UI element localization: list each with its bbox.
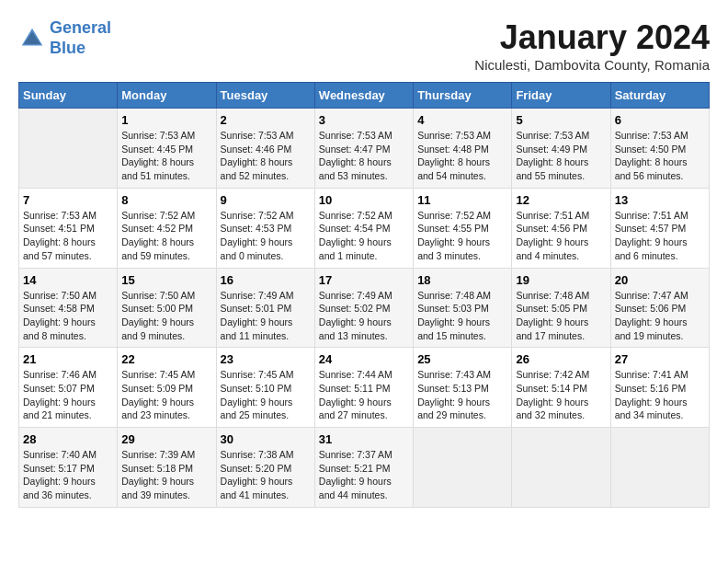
- day-info: Sunrise: 7:37 AMSunset: 5:21 PMDaylight:…: [319, 448, 409, 502]
- day-info: Sunrise: 7:50 AMSunset: 5:00 PMDaylight:…: [121, 289, 211, 343]
- day-number: 21: [23, 352, 113, 366]
- title-block: January 2024 Niculesti, Dambovita County…: [474, 18, 710, 73]
- day-info: Sunrise: 7:44 AMSunset: 5:11 PMDaylight:…: [319, 368, 409, 422]
- month-title: January 2024: [474, 18, 710, 57]
- day-info: Sunrise: 7:51 AMSunset: 4:57 PMDaylight:…: [615, 209, 705, 263]
- day-info: Sunrise: 7:53 AMSunset: 4:45 PMDaylight:…: [121, 129, 211, 183]
- location: Niculesti, Dambovita County, Romania: [474, 57, 710, 73]
- calendar-cell: 29Sunrise: 7:39 AMSunset: 5:18 PMDayligh…: [118, 428, 216, 508]
- calendar-cell: 13Sunrise: 7:51 AMSunset: 4:57 PMDayligh…: [610, 188, 709, 268]
- day-info: Sunrise: 7:48 AMSunset: 5:05 PMDaylight:…: [516, 289, 606, 343]
- day-number: 5: [516, 113, 606, 127]
- calendar-week-4: 21Sunrise: 7:46 AMSunset: 5:07 PMDayligh…: [19, 348, 710, 428]
- day-number: 12: [516, 193, 606, 207]
- day-info: Sunrise: 7:46 AMSunset: 5:07 PMDaylight:…: [23, 368, 113, 422]
- calendar-cell: 19Sunrise: 7:48 AMSunset: 5:05 PMDayligh…: [512, 268, 610, 348]
- day-number: 2: [221, 113, 311, 127]
- calendar-cell: 5Sunrise: 7:53 AMSunset: 4:49 PMDaylight…: [512, 109, 610, 189]
- day-number: 10: [319, 193, 409, 207]
- calendar-header: SundayMondayTuesdayWednesdayThursdayFrid…: [19, 83, 710, 109]
- day-info: Sunrise: 7:39 AMSunset: 5:18 PMDaylight:…: [121, 448, 211, 502]
- weekday-header-friday: Friday: [512, 83, 610, 109]
- day-info: Sunrise: 7:42 AMSunset: 5:14 PMDaylight:…: [516, 368, 606, 422]
- calendar-cell: 31Sunrise: 7:37 AMSunset: 5:21 PMDayligh…: [314, 428, 413, 508]
- calendar-cell: 15Sunrise: 7:50 AMSunset: 5:00 PMDayligh…: [118, 268, 216, 348]
- day-number: 30: [221, 432, 311, 446]
- day-number: 4: [417, 113, 507, 127]
- logo-text: General Blue: [50, 18, 111, 58]
- calendar-cell: 7Sunrise: 7:53 AMSunset: 4:51 PMDaylight…: [19, 188, 118, 268]
- calendar-cell: 3Sunrise: 7:53 AMSunset: 4:47 PMDaylight…: [314, 109, 413, 189]
- day-number: 7: [23, 193, 113, 207]
- weekday-header-monday: Monday: [118, 83, 216, 109]
- day-number: 26: [516, 352, 606, 366]
- day-info: Sunrise: 7:38 AMSunset: 5:20 PMDaylight:…: [221, 448, 311, 502]
- day-number: 1: [121, 113, 211, 127]
- day-info: Sunrise: 7:53 AMSunset: 4:48 PMDaylight:…: [417, 129, 507, 183]
- day-info: Sunrise: 7:41 AMSunset: 5:16 PMDaylight:…: [615, 368, 705, 422]
- day-number: 23: [221, 352, 311, 366]
- day-info: Sunrise: 7:52 AMSunset: 4:55 PMDaylight:…: [417, 209, 507, 263]
- calendar-cell: 20Sunrise: 7:47 AMSunset: 5:06 PMDayligh…: [610, 268, 709, 348]
- weekday-header-wednesday: Wednesday: [314, 83, 413, 109]
- day-number: 25: [417, 352, 507, 366]
- calendar-cell: 23Sunrise: 7:45 AMSunset: 5:10 PMDayligh…: [216, 348, 314, 428]
- calendar-cell: 24Sunrise: 7:44 AMSunset: 5:11 PMDayligh…: [314, 348, 413, 428]
- calendar-cell: 28Sunrise: 7:40 AMSunset: 5:17 PMDayligh…: [19, 428, 118, 508]
- calendar-cell: 25Sunrise: 7:43 AMSunset: 5:13 PMDayligh…: [414, 348, 512, 428]
- page-header: General Blue January 2024 Niculesti, Dam…: [18, 18, 710, 73]
- calendar-cell: 10Sunrise: 7:52 AMSunset: 4:54 PMDayligh…: [314, 188, 413, 268]
- calendar-cell: [610, 428, 709, 508]
- day-info: Sunrise: 7:52 AMSunset: 4:52 PMDaylight:…: [121, 209, 211, 263]
- weekday-header-sunday: Sunday: [19, 83, 118, 109]
- day-number: 8: [121, 193, 211, 207]
- calendar-cell: 17Sunrise: 7:49 AMSunset: 5:02 PMDayligh…: [314, 268, 413, 348]
- day-number: 14: [23, 273, 113, 287]
- calendar-week-2: 7Sunrise: 7:53 AMSunset: 4:51 PMDaylight…: [19, 188, 710, 268]
- calendar-cell: 2Sunrise: 7:53 AMSunset: 4:46 PMDaylight…: [216, 109, 314, 189]
- calendar-cell: 27Sunrise: 7:41 AMSunset: 5:16 PMDayligh…: [610, 348, 709, 428]
- day-info: Sunrise: 7:45 AMSunset: 5:09 PMDaylight:…: [121, 368, 211, 422]
- calendar-cell: 22Sunrise: 7:45 AMSunset: 5:09 PMDayligh…: [118, 348, 216, 428]
- calendar-week-5: 28Sunrise: 7:40 AMSunset: 5:17 PMDayligh…: [19, 428, 710, 508]
- day-info: Sunrise: 7:53 AMSunset: 4:51 PMDaylight:…: [23, 209, 113, 263]
- day-info: Sunrise: 7:52 AMSunset: 4:54 PMDaylight:…: [319, 209, 409, 263]
- day-info: Sunrise: 7:53 AMSunset: 4:50 PMDaylight:…: [615, 129, 705, 183]
- day-info: Sunrise: 7:50 AMSunset: 4:58 PMDaylight:…: [23, 289, 113, 343]
- day-info: Sunrise: 7:53 AMSunset: 4:49 PMDaylight:…: [516, 129, 606, 183]
- day-number: 27: [615, 352, 705, 366]
- day-number: 29: [121, 432, 211, 446]
- calendar-week-1: 1Sunrise: 7:53 AMSunset: 4:45 PMDaylight…: [19, 109, 710, 189]
- day-info: Sunrise: 7:49 AMSunset: 5:01 PMDaylight:…: [221, 289, 311, 343]
- calendar-cell: 30Sunrise: 7:38 AMSunset: 5:20 PMDayligh…: [216, 428, 314, 508]
- calendar-cell: 4Sunrise: 7:53 AMSunset: 4:48 PMDaylight…: [414, 109, 512, 189]
- calendar-table: SundayMondayTuesdayWednesdayThursdayFrid…: [18, 82, 710, 508]
- calendar-cell: 1Sunrise: 7:53 AMSunset: 4:45 PMDaylight…: [118, 109, 216, 189]
- weekday-header-tuesday: Tuesday: [216, 83, 314, 109]
- day-info: Sunrise: 7:43 AMSunset: 5:13 PMDaylight:…: [417, 368, 507, 422]
- day-info: Sunrise: 7:51 AMSunset: 4:56 PMDaylight:…: [516, 209, 606, 263]
- calendar-cell: 16Sunrise: 7:49 AMSunset: 5:01 PMDayligh…: [216, 268, 314, 348]
- day-info: Sunrise: 7:52 AMSunset: 4:53 PMDaylight:…: [221, 209, 311, 263]
- calendar-body: 1Sunrise: 7:53 AMSunset: 4:45 PMDaylight…: [19, 109, 710, 508]
- day-number: 17: [319, 273, 409, 287]
- weekday-header-saturday: Saturday: [610, 83, 709, 109]
- logo: General Blue: [18, 18, 111, 58]
- day-number: 11: [417, 193, 507, 207]
- day-number: 6: [615, 113, 705, 127]
- calendar-cell: 11Sunrise: 7:52 AMSunset: 4:55 PMDayligh…: [414, 188, 512, 268]
- day-number: 28: [23, 432, 113, 446]
- day-number: 31: [319, 432, 409, 446]
- day-number: 20: [615, 273, 705, 287]
- calendar-cell: 21Sunrise: 7:46 AMSunset: 5:07 PMDayligh…: [19, 348, 118, 428]
- calendar-cell: [512, 428, 610, 508]
- day-info: Sunrise: 7:53 AMSunset: 4:46 PMDaylight:…: [221, 129, 311, 183]
- day-number: 24: [319, 352, 409, 366]
- day-number: 18: [417, 273, 507, 287]
- calendar-cell: [19, 109, 118, 189]
- calendar-week-3: 14Sunrise: 7:50 AMSunset: 4:58 PMDayligh…: [19, 268, 710, 348]
- calendar-cell: 6Sunrise: 7:53 AMSunset: 4:50 PMDaylight…: [610, 109, 709, 189]
- day-info: Sunrise: 7:47 AMSunset: 5:06 PMDaylight:…: [615, 289, 705, 343]
- calendar-cell: 8Sunrise: 7:52 AMSunset: 4:52 PMDaylight…: [118, 188, 216, 268]
- weekday-header-row: SundayMondayTuesdayWednesdayThursdayFrid…: [19, 83, 710, 109]
